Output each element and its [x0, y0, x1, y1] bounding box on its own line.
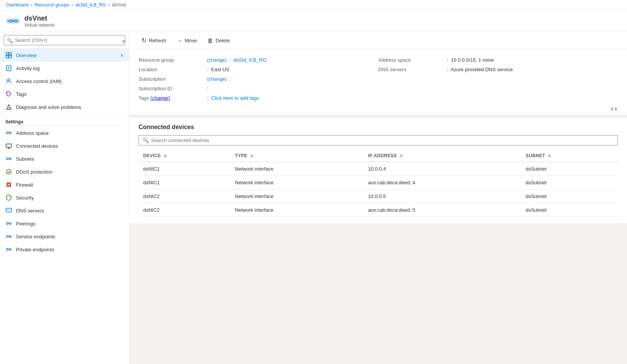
- breadcrumb-resource-groups[interactable]: Resource groups: [35, 2, 69, 8]
- cell-device: dsNIC2: [139, 190, 230, 203]
- firewall-icon: [5, 181, 12, 188]
- svg-point-22: [10, 132, 11, 134]
- cell-ip_address: ace:cab:deca:deed::4: [364, 176, 521, 190]
- sidebar-item-diagnose[interactable]: Diagnose and solve problems: [0, 101, 129, 113]
- devices-table-header: DEVICE ⇅ TYPE ⇅ IP ADDRESS ⇅ SUBNET ⇅: [139, 150, 618, 162]
- sidebar-item-access-control[interactable]: Access control (IAM): [0, 75, 129, 88]
- sidebar-item-dns-servers[interactable]: DNS servers: [0, 204, 129, 217]
- resource-group-change-link[interactable]: (change): [207, 57, 227, 63]
- svg-point-35: [10, 223, 11, 225]
- sidebar-item-subnets[interactable]: Subnets: [0, 152, 129, 165]
- svg-point-17: [8, 79, 10, 81]
- cell-type: Network interface: [230, 162, 363, 176]
- cell-type: Network interface: [230, 176, 363, 190]
- location-label: Location: [139, 67, 207, 72]
- table-row: dsNIC2Network interfaceace:cab:deca:deed…: [139, 203, 618, 217]
- sidebar-item-label: Tags: [16, 91, 26, 97]
- overview-resource-group-row: Resource group (change) : dsStd_ILB_RG: [139, 55, 378, 65]
- sidebar-item-firewall[interactable]: Firewall: [0, 178, 129, 191]
- devices-search-box: 🔍: [139, 135, 618, 145]
- col-type: TYPE ⇅: [230, 150, 363, 162]
- address-space-label: Address space: [378, 57, 447, 63]
- overview-right: Address space : 10.0.0.0/16, 1 more DNS …: [378, 55, 618, 103]
- sidebar-collapse-chevron: ∧: [120, 53, 124, 58]
- sidebar-item-label: Address space: [16, 130, 49, 136]
- cell-subnet: dsSubnet: [521, 176, 618, 190]
- svg-point-2: [8, 20, 10, 22]
- overview-icon: [5, 52, 12, 59]
- content-area: ↻ Refresh → Move 🗑 Delete Resource group: [129, 32, 627, 364]
- sidebar-item-label: Firewall: [16, 182, 33, 188]
- type-sort-icon[interactable]: ⇅: [250, 154, 253, 158]
- subnets-icon: [5, 155, 12, 162]
- devices-search-input[interactable]: [151, 137, 614, 143]
- subnet-sort-icon[interactable]: ⇅: [548, 154, 551, 158]
- resource-type: Virtual network: [24, 22, 54, 28]
- search-input[interactable]: [4, 35, 125, 45]
- sidebar-item-tags[interactable]: Tags: [0, 88, 129, 101]
- tags-add-link[interactable]: Click here to add tags: [211, 95, 259, 101]
- overview-tags-row: Tags (change) : Click here to add tags: [139, 93, 378, 103]
- col-subnet: SUBNET ⇅: [521, 150, 618, 162]
- breadcrumb-dashboard[interactable]: Dashboard: [6, 2, 29, 8]
- access-control-icon: [5, 78, 12, 85]
- sidebar-item-private-endpoints[interactable]: Private endpoints: [0, 243, 129, 256]
- tags-label: Tags (change): [139, 95, 207, 101]
- device-sort-icon[interactable]: ⇅: [164, 154, 167, 158]
- sidebar-item-overview[interactable]: Overview ∧: [0, 49, 129, 62]
- peerings-icon: [5, 220, 12, 227]
- sidebar-item-label: Access control (IAM): [16, 78, 62, 84]
- ddos-icon: [5, 168, 12, 175]
- delete-button[interactable]: 🗑 Delete: [203, 35, 235, 46]
- sidebar-item-label: Service endpoints: [16, 234, 55, 239]
- subscription-label: Subscription: [139, 76, 207, 82]
- dns-servers-label: DNS servers: [378, 67, 447, 72]
- sidebar-item-connected-devices[interactable]: Connected devices: [0, 139, 129, 152]
- sidebar-item-label: Diagnose and solve problems: [16, 104, 81, 110]
- address-space-value: 10.0.0.0/16, 1 more: [451, 57, 494, 63]
- sidebar-item-ddos[interactable]: DDoS protection: [0, 165, 129, 178]
- cell-ip_address: 10.0.0.5: [364, 190, 521, 203]
- diagnose-icon: [5, 104, 12, 110]
- resource-group-value[interactable]: dsStd_ILB_RG: [233, 57, 266, 63]
- svg-point-1: [12, 20, 14, 22]
- devices-search-icon: 🔍: [143, 137, 149, 143]
- cell-device: dsNIC1: [139, 176, 230, 190]
- address-space-icon: [5, 129, 12, 136]
- sidebar-collapse-button[interactable]: «: [118, 36, 129, 46]
- cell-device: dsNIC1: [139, 162, 230, 176]
- svg-point-21: [6, 132, 8, 134]
- sidebar-item-service-endpoints[interactable]: Service endpoints: [0, 230, 129, 243]
- sidebar: 🔍 « Overview ∧ Activity log: [0, 32, 129, 364]
- resource-group-label: Resource group: [139, 57, 207, 63]
- overview-collapse-btn[interactable]: ∧∧: [139, 103, 618, 115]
- service-endpoints-icon: [5, 233, 12, 240]
- svg-point-40: [6, 249, 8, 251]
- overview-dns-row: DNS servers : Azure provided DNS service: [378, 65, 618, 74]
- svg-point-34: [6, 223, 8, 225]
- table-row: dsNIC2Network interface10.0.0.5dsSubnet: [139, 190, 618, 203]
- svg-point-27: [6, 158, 8, 160]
- cell-ip_address: ace:cab:deca:deed::5: [364, 203, 521, 217]
- cell-subnet: dsSubnet: [521, 162, 618, 176]
- sidebar-item-peerings[interactable]: Peerings: [0, 217, 129, 230]
- move-button[interactable]: → Move: [172, 35, 202, 46]
- sidebar-item-label: Peerings: [16, 221, 35, 227]
- svg-point-41: [10, 249, 11, 251]
- move-icon: →: [177, 37, 183, 44]
- dns-servers-value: Azure provided DNS service: [451, 67, 513, 72]
- tags-change-link[interactable]: (change): [150, 95, 170, 101]
- overview-subscription-id-row: Subscription ID :: [139, 84, 378, 93]
- overview-address-space-row: Address space : 10.0.0.0/16, 1 more: [378, 55, 618, 65]
- refresh-button[interactable]: ↻ Refresh: [137, 35, 171, 46]
- collapse-chevron-icon: ∧∧: [610, 106, 618, 112]
- breadcrumb-rg[interactable]: dsStd_ILB_RG: [75, 2, 106, 8]
- resource-title: dsVnet Virtual network: [24, 14, 54, 28]
- subscription-change-link[interactable]: (change): [207, 76, 227, 82]
- sidebar-item-address-space[interactable]: Address space: [0, 126, 129, 139]
- connected-devices-title: Connected devices: [139, 124, 618, 131]
- sidebar-item-security[interactable]: Security: [0, 191, 129, 204]
- devices-table: DEVICE ⇅ TYPE ⇅ IP ADDRESS ⇅ SUBNET ⇅: [139, 150, 618, 217]
- sidebar-item-activity-log[interactable]: Activity log: [0, 62, 129, 75]
- ip-sort-icon[interactable]: ⇅: [400, 154, 403, 158]
